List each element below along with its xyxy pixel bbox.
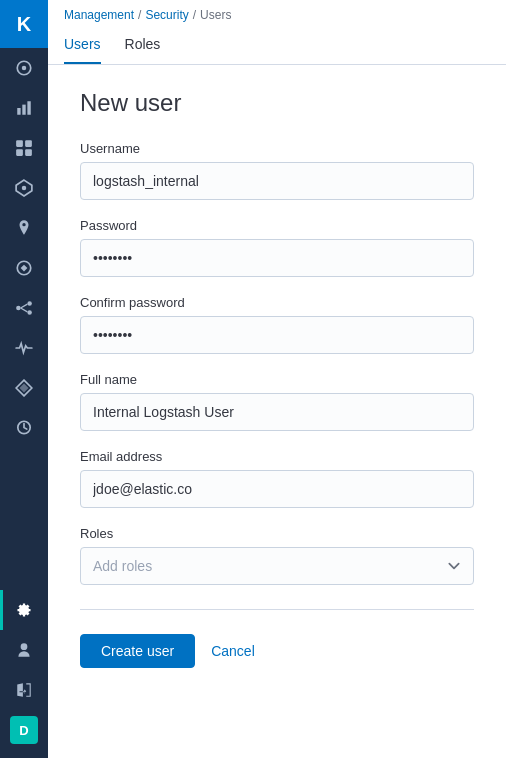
svg-rect-5 [16, 140, 23, 147]
svg-rect-7 [16, 149, 23, 156]
sidebar-item-management[interactable] [0, 590, 48, 630]
email-input[interactable] [80, 470, 474, 508]
svg-point-1 [22, 66, 27, 71]
sidebar-item-apm[interactable] [0, 368, 48, 408]
svg-rect-3 [22, 105, 25, 115]
sidebar: K D [0, 0, 48, 758]
sidebar-item-logout[interactable] [0, 670, 48, 710]
confirm-password-label: Confirm password [80, 295, 474, 310]
breadcrumb-users: Users [200, 8, 231, 22]
chevron-down-icon [447, 559, 461, 573]
svg-line-16 [21, 308, 28, 312]
sidebar-item-discover[interactable] [0, 48, 48, 88]
create-user-button[interactable]: Create user [80, 634, 195, 668]
form-divider [80, 609, 474, 610]
sidebar-item-uptime[interactable] [0, 408, 48, 448]
tab-users[interactable]: Users [64, 26, 101, 64]
tabs-bar: Users Roles [48, 26, 506, 65]
svg-point-13 [27, 301, 32, 306]
email-group: Email address [80, 449, 474, 508]
sidebar-item-ml[interactable] [0, 248, 48, 288]
breadcrumb: Management / Security / Users [48, 0, 506, 26]
sidebar-item-visualize[interactable] [0, 88, 48, 128]
roles-group: Roles Add roles [80, 526, 474, 585]
roles-placeholder: Add roles [93, 558, 152, 574]
page-title: New user [80, 89, 474, 117]
sidebar-item-dashboard[interactable] [0, 128, 48, 168]
svg-point-12 [16, 306, 21, 311]
roles-dropdown[interactable]: Add roles [80, 547, 474, 585]
fullname-group: Full name [80, 372, 474, 431]
password-group: Password [80, 218, 474, 277]
sidebar-item-maps[interactable] [0, 208, 48, 248]
svg-point-14 [27, 310, 32, 315]
breadcrumb-security[interactable]: Security [145, 8, 188, 22]
username-input[interactable] [80, 162, 474, 200]
password-input[interactable] [80, 239, 474, 277]
fullname-label: Full name [80, 372, 474, 387]
fullname-input[interactable] [80, 393, 474, 431]
password-label: Password [80, 218, 474, 233]
main-content: Management / Security / Users Users Role… [48, 0, 506, 758]
sidebar-item-user-profile[interactable] [0, 630, 48, 670]
sidebar-item-monitoring[interactable] [0, 328, 48, 368]
tab-roles[interactable]: Roles [125, 26, 161, 64]
logo[interactable]: K [0, 0, 48, 48]
cancel-button[interactable]: Cancel [211, 635, 255, 667]
breadcrumb-management[interactable]: Management [64, 8, 134, 22]
confirm-password-group: Confirm password [80, 295, 474, 354]
svg-rect-8 [25, 149, 32, 156]
username-label: Username [80, 141, 474, 156]
form-actions: Create user Cancel [80, 634, 474, 668]
breadcrumb-sep1: / [138, 8, 141, 22]
svg-line-15 [21, 304, 28, 308]
roles-label: Roles [80, 526, 474, 541]
breadcrumb-sep2: / [193, 8, 196, 22]
svg-point-10 [22, 186, 27, 191]
svg-rect-4 [27, 101, 30, 115]
email-label: Email address [80, 449, 474, 464]
svg-rect-6 [25, 140, 32, 147]
sidebar-item-canvas[interactable] [0, 168, 48, 208]
form-content: New user Username Password Confirm passw… [48, 65, 506, 758]
sidebar-item-graph[interactable] [0, 288, 48, 328]
confirm-password-input[interactable] [80, 316, 474, 354]
svg-rect-2 [17, 108, 20, 115]
username-group: Username [80, 141, 474, 200]
sidebar-item-avatar[interactable]: D [0, 710, 48, 750]
sidebar-bottom: D [0, 630, 48, 758]
